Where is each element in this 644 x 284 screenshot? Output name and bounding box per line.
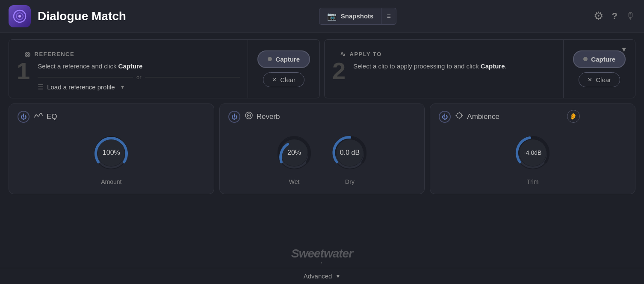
reverb-dry-value: 0.0 dB (340, 149, 360, 157)
apply-capture-strong: Capture (481, 62, 505, 70)
advanced-bar[interactable]: Advanced ▼ (0, 268, 644, 284)
apply-clear-x-icon: ✕ (588, 77, 592, 83)
apply-step-text: Select a clip to apply processing to and… (353, 62, 555, 71)
eq-card-header: ⏻ EQ (18, 111, 205, 123)
reference-capture-button[interactable]: Capture (257, 50, 310, 68)
apply-clear-button[interactable]: ✕ Clear (579, 72, 620, 87)
eq-card: ⏻ EQ (9, 104, 214, 194)
reference-header: ◎ REFERENCE (17, 45, 240, 62)
ear-icon: 👂 (570, 113, 577, 120)
sweetwater-dot: • (291, 260, 353, 265)
eq-amount-label: Amount (101, 178, 121, 185)
sweetwater-watermark: Sweetwater • (291, 247, 353, 265)
ambience-power-button[interactable]: ⏻ (439, 111, 451, 123)
apply-step-number: 2 (332, 59, 346, 83)
chevron-down-icon: ▾ (121, 83, 124, 90)
svg-point-2 (18, 15, 21, 18)
ambience-trim-value: -4.0dB (524, 149, 541, 156)
reference-step-number: 1 (17, 59, 30, 83)
reverb-card-title: Reverb (245, 111, 280, 122)
reverb-dry-label: Dry (345, 178, 354, 185)
capture-dot-icon (268, 57, 272, 61)
reverb-dry-container: 0.0 dB Dry (328, 131, 371, 185)
reverb-title-text: Reverb (257, 112, 280, 121)
ambience-title-text: Ambience (467, 112, 499, 121)
advanced-chevron-icon: ▼ (335, 273, 340, 279)
ear-icon-button[interactable]: 👂 (567, 110, 580, 123)
ambience-title-icon (455, 111, 464, 122)
apply-capture-dot-icon (583, 57, 588, 61)
mute-icon[interactable]: 🎙 (626, 11, 635, 22)
settings-icon[interactable]: ⚙ (594, 9, 603, 23)
menu-icon: ☰ (38, 83, 44, 91)
reverb-card: ⏻ Reverb (219, 104, 425, 194)
snapshots-button[interactable]: 📷 Snapshots (319, 8, 382, 25)
reverb-power-button[interactable]: ⏻ (228, 111, 240, 123)
ambience-card-title: Ambience (455, 111, 499, 122)
apply-capture-label: Capture (591, 56, 615, 63)
reference-label: REFERENCE (35, 51, 75, 57)
reverb-wet-value: 20% (287, 149, 301, 157)
apply-to-section: ∿ APPLY TO 2 Select a clip to apply proc… (324, 39, 635, 98)
eq-title-icon (34, 111, 43, 122)
ambience-trim-container: 👂 -4.0dB Trim (511, 131, 554, 185)
ambience-card-header: ⏻ Ambience (439, 111, 626, 123)
clear-x-icon: ✕ (272, 77, 277, 83)
snapshots-label: Snapshots (341, 12, 374, 20)
load-profile-label: Load a reference profile (47, 83, 115, 91)
capture-row: ◎ REFERENCE 1 Select a reference and cli… (9, 39, 635, 98)
advanced-label: Advanced (304, 272, 332, 280)
reference-clear-button[interactable]: ✕ Clear (263, 72, 304, 87)
reference-step-text: Select a reference and click Capture (38, 62, 240, 71)
ambience-trim-label: Trim (527, 178, 538, 185)
sweetwater-text: Sweetwater (291, 247, 353, 260)
camera-icon: 📷 (327, 12, 337, 21)
apply-capture-button[interactable]: Capture (573, 50, 626, 68)
header-right-icons: ⚙ ? 🎙 (594, 9, 635, 23)
reference-section: ◎ REFERENCE 1 Select a reference and cli… (9, 39, 320, 98)
apply-to-label: APPLY TO (350, 51, 382, 57)
apply-to-left: ∿ APPLY TO 2 Select a clip to apply proc… (325, 40, 564, 98)
app-title: Dialogue Match (38, 9, 126, 23)
eq-knob-container: 100% Amount (90, 131, 133, 185)
reference-capture-label: Capture (275, 56, 300, 63)
snapshots-container: 📷 Snapshots ≡ (319, 8, 396, 25)
reference-clear-label: Clear (280, 76, 295, 83)
reverb-title-icon (245, 111, 253, 122)
menu-lines-icon: ≡ (387, 12, 390, 20)
eq-knob-value: 100% (103, 149, 120, 157)
reference-right: Capture ✕ Clear (248, 40, 319, 98)
eq-power-button[interactable]: ⏻ (18, 111, 30, 123)
collapse-arrow[interactable]: ▼ (620, 46, 627, 53)
eq-card-title: EQ (34, 111, 57, 122)
reference-left: ◎ REFERENCE 1 Select a reference and cli… (9, 40, 248, 98)
or-divider: or (38, 74, 240, 80)
reverb-knobs-row: 20% Wet 0.0 dB D (273, 131, 371, 185)
snapshots-menu-button[interactable]: ≡ (381, 8, 396, 25)
app-logo (9, 5, 31, 27)
apply-to-header: ∿ APPLY TO (332, 45, 555, 62)
ambience-card: ⏻ Ambience (430, 104, 635, 194)
main-content: ◎ REFERENCE 1 Select a reference and cli… (0, 33, 644, 201)
reverb-wet-container: 20% Wet (273, 131, 316, 185)
power-icon: ⏻ (21, 113, 27, 120)
processing-cards-row: ⏻ EQ (9, 104, 635, 194)
reverb-power-icon: ⏻ (231, 113, 237, 120)
apply-clear-label: Clear (596, 76, 611, 83)
ambience-trim-knob[interactable]: -4.0dB (511, 131, 554, 174)
reverb-wet-label: Wet (289, 178, 300, 185)
help-icon[interactable]: ? (612, 11, 617, 22)
reference-capture-strong: Capture (118, 62, 143, 70)
reverb-card-header: ⏻ Reverb (228, 111, 416, 123)
eq-knob[interactable]: 100% (90, 131, 133, 174)
eq-title-text: EQ (47, 112, 57, 121)
load-profile-row: ☰ Load a reference profile ▾ (38, 83, 240, 91)
header: Dialogue Match 📷 Snapshots ≡ ⚙ ? 🎙 (0, 0, 644, 33)
reverb-wet-knob[interactable]: 20% (273, 131, 316, 174)
svg-point-7 (248, 115, 249, 116)
svg-point-12 (457, 113, 462, 118)
ambience-power-icon: ⏻ (442, 113, 448, 120)
reverb-dry-knob[interactable]: 0.0 dB (328, 131, 371, 174)
